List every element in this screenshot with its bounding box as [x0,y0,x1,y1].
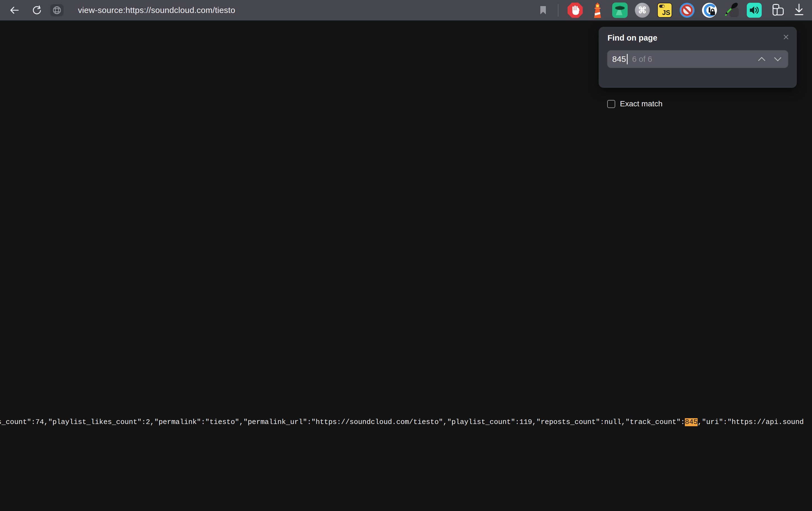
find-close-button[interactable] [781,32,791,42]
reload-icon [32,5,42,16]
find-on-page-panel: Find on page 845 6 of 6 Exact match [599,27,797,88]
source-text-before: s_count":74,"playlist_likes_count":2,"pe… [0,418,685,426]
copy-tabs-button[interactable] [768,2,785,18]
extension-volume-button[interactable] [746,2,762,18]
find-previous-button[interactable] [756,54,767,65]
exact-match-label[interactable]: Exact match [620,99,663,108]
javascript-toggle-icon: JS [657,3,672,18]
exact-match-checkbox[interactable] [607,100,615,108]
command-icon: ⌘ [635,3,650,18]
extension-dropper-button[interactable] [724,2,740,18]
bookmark-icon [540,5,547,15]
back-button[interactable] [8,4,21,16]
source-line: s_count":74,"playlist_likes_count":2,"pe… [0,417,812,428]
extension-adblock-button[interactable] [567,2,583,18]
find-input[interactable]: 845 6 of 6 [607,50,788,68]
lighthouse-icon [590,2,605,19]
adblock-hand-icon [567,2,583,18]
reload-button[interactable] [31,4,43,16]
toolbar-right-cluster: ⌘ JS [537,0,807,21]
exact-match-row: Exact match [607,99,663,108]
chevron-up-icon [758,57,766,62]
password-lock-icon [702,2,717,18]
no-entry-icon [679,2,695,18]
download-icon [792,3,806,18]
back-icon [9,5,20,15]
extension-blocker-button[interactable] [679,2,695,18]
ufo-icon [612,2,628,18]
source-text-after: ,"uri":"https://api.sound [698,418,804,426]
text-caret [627,54,628,64]
volume-icon [747,3,762,18]
site-settings-button[interactable] [50,4,64,16]
chevron-down-icon [774,57,782,62]
close-icon [783,34,789,40]
toolbar-divider [558,4,558,17]
copy-tabs-icon [768,2,785,18]
extension-command-button[interactable]: ⌘ [634,2,650,18]
address-bar[interactable]: view-source:https://soundcloud.com/tiest… [78,5,235,15]
browser-toolbar: view-source:https://soundcloud.com/tiest… [0,0,812,21]
extension-js-toggle-button[interactable]: JS [657,2,673,18]
find-panel-title: Find on page [607,33,657,42]
color-dropper-icon [724,2,740,18]
search-match-highlight: 845 [685,418,698,426]
find-next-button[interactable] [772,54,783,65]
find-query-text: 845 [612,54,626,64]
toggle-icon [659,5,665,8]
globe-icon [53,6,61,14]
find-match-counter: 6 of 6 [632,55,756,64]
extension-ufo-button[interactable] [612,2,628,18]
bookmark-button[interactable] [537,4,549,16]
download-button[interactable] [791,2,807,18]
extension-lighthouse-button[interactable] [589,2,606,18]
extension-password-button[interactable] [701,2,718,18]
toolbar-left-cluster: view-source:https://soundcloud.com/tiest… [8,0,235,21]
